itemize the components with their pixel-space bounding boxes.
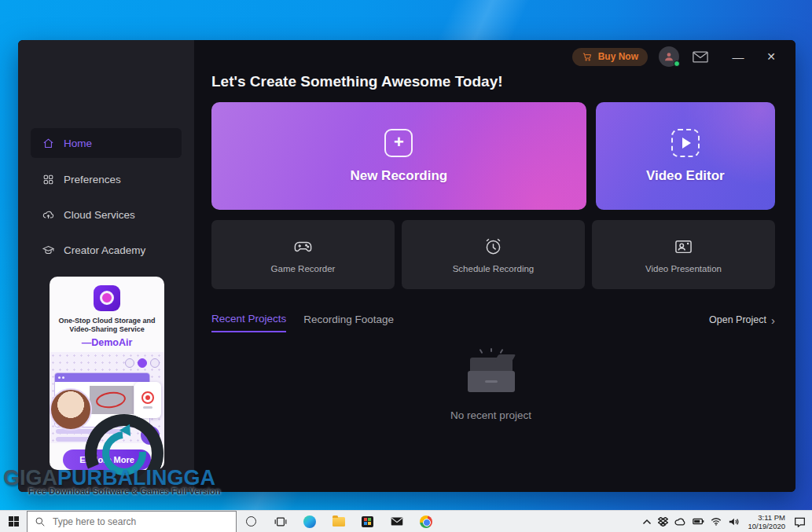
mail-button[interactable] <box>382 511 411 532</box>
account-avatar[interactable] <box>659 46 679 67</box>
dropbox-icon[interactable] <box>658 517 668 526</box>
video-presentation-card[interactable]: Video Presentation <box>592 220 775 289</box>
onedrive-icon[interactable] <box>674 518 686 526</box>
close-button[interactable]: ✕ <box>761 50 781 63</box>
start-button[interactable] <box>0 511 27 532</box>
taskbar-search <box>27 511 237 532</box>
game-recorder-card[interactable]: Game Recorder <box>211 220 395 289</box>
cortana-button[interactable] <box>237 511 266 532</box>
windows-logo-icon <box>9 516 19 526</box>
schedule-recording-card[interactable]: Schedule Recording <box>402 220 585 289</box>
sparkle-icon <box>476 348 507 354</box>
empty-state-text: No recent project <box>450 409 531 421</box>
taskbar-icons <box>237 511 440 532</box>
primary-actions: + New Recording Video Editor <box>211 102 775 210</box>
page-title: Let's Create Something Awesome Today! <box>211 73 503 90</box>
grid-icon <box>42 173 55 186</box>
toolbar-dots <box>125 358 160 368</box>
empty-folder-icon <box>468 358 515 392</box>
main-panel: Buy Now — ✕ Let's Create Something Aweso… <box>194 40 795 492</box>
edge-button[interactable] <box>295 511 324 532</box>
file-explorer-button[interactable] <box>324 511 353 532</box>
system-tray: 3:11 PM 10/19/2020 <box>642 511 812 532</box>
clock-date: 10/19/2020 <box>748 522 785 530</box>
volume-icon[interactable] <box>728 517 739 526</box>
messages-button[interactable] <box>692 50 709 64</box>
user-icon <box>663 50 675 63</box>
video-editor-card[interactable]: Video Editor <box>596 102 775 210</box>
sidebar-item-label: Preferences <box>64 174 121 185</box>
plus-icon: + <box>384 129 413 157</box>
clock-time: 3:11 PM <box>748 513 785 522</box>
buy-now-button[interactable]: Buy Now <box>572 48 648 66</box>
action-center-button[interactable] <box>794 516 806 527</box>
store-button[interactable] <box>353 511 382 532</box>
gamepad-icon <box>292 236 314 257</box>
promo-headline: One-Stop Cloud Storage and Video-Sharing… <box>59 317 156 335</box>
promo-brand: —DemoAir <box>82 337 133 348</box>
sidebar-item-creator-academy[interactable]: Creator Academy <box>31 235 182 265</box>
record-button-icon <box>134 382 161 418</box>
search-input[interactable] <box>27 511 237 532</box>
chrome-icon <box>420 515 432 528</box>
titlebar-actions: Buy Now — ✕ <box>572 46 781 67</box>
graduation-cap-icon <box>42 244 55 257</box>
desktop: { "titlebar": { "buy_now_label": "Buy No… <box>0 0 812 532</box>
tab-recording-footage[interactable]: Recording Footage <box>303 314 394 332</box>
taskbar: 3:11 PM 10/19/2020 <box>0 510 812 532</box>
file-explorer-icon <box>333 517 345 526</box>
new-recording-card[interactable]: + New Recording <box>211 102 586 210</box>
edge-icon <box>303 515 316 528</box>
tray-chevron-up[interactable] <box>642 519 652 525</box>
secondary-actions: Game Recorder Schedule Recording Video P… <box>211 220 775 289</box>
alarm-clock-icon <box>483 236 504 257</box>
mail-icon <box>391 516 403 526</box>
tab-recent-projects[interactable]: Recent Projects <box>211 313 286 332</box>
wifi-icon[interactable] <box>711 517 722 526</box>
chevron-right-icon: › <box>771 314 775 327</box>
projects-tabs: Recent Projects Recording Footage Open P… <box>211 310 775 334</box>
cart-icon <box>582 51 593 63</box>
sidebar-item-home[interactable]: Home <box>31 128 182 158</box>
chrome-button[interactable] <box>411 511 440 532</box>
sidebar-item-label: Cloud Services <box>64 209 135 221</box>
task-view-icon <box>274 516 287 527</box>
sidebar-item-cloud-services[interactable]: Cloud Services <box>31 200 182 229</box>
open-project-link[interactable]: Open Project › <box>709 314 775 332</box>
minimize-button[interactable]: — <box>728 50 748 64</box>
cortana-icon <box>246 516 256 526</box>
envelope-icon <box>693 51 708 63</box>
sidebar-item-preferences[interactable]: Preferences <box>31 164 182 194</box>
battery-icon[interactable] <box>693 518 704 525</box>
empty-state: No recent project <box>194 348 788 421</box>
cloud-upload-icon <box>42 208 55 222</box>
sidebar-item-label: Creator Academy <box>64 244 145 256</box>
sidebar-item-label: Home <box>64 138 92 149</box>
watermark-subtitle: Free Download Software & Games Full Vers… <box>28 486 221 496</box>
demoair-app-icon <box>94 285 120 311</box>
task-view-button[interactable] <box>266 511 295 532</box>
store-icon <box>362 516 373 527</box>
home-icon <box>42 137 55 150</box>
online-status-dot <box>674 61 680 67</box>
presentation-icon <box>673 236 694 257</box>
search-icon <box>35 516 46 527</box>
taskbar-clock[interactable]: 3:11 PM 10/19/2020 <box>745 513 788 530</box>
play-icon <box>671 129 700 157</box>
